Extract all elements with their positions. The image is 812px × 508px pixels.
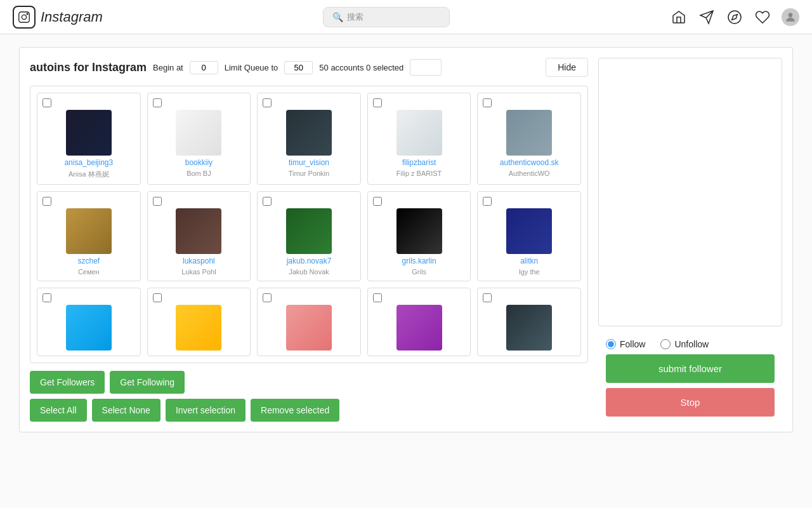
hide-button[interactable]: Hide bbox=[546, 58, 588, 77]
account-checkbox[interactable] bbox=[153, 293, 162, 302]
account-card bbox=[367, 288, 471, 356]
submit-follower-button[interactable]: submit follower bbox=[606, 354, 775, 383]
select-none-button[interactable]: Select None bbox=[92, 399, 160, 422]
btn-row-1: Get Followers Get Following bbox=[30, 371, 588, 394]
begin-label: Begin at bbox=[153, 63, 183, 72]
account-username[interactable]: bookkiiy bbox=[153, 158, 246, 167]
profile-avatar[interactable] bbox=[782, 8, 799, 26]
account-avatar bbox=[176, 110, 221, 156]
color-picker-input[interactable] bbox=[410, 59, 442, 76]
account-checkbox[interactable] bbox=[43, 98, 51, 107]
compass-icon[interactable] bbox=[726, 8, 743, 26]
action-buttons: submit follower Stop bbox=[598, 354, 782, 422]
panel-header: autoins for Instagram Begin at Limit Que… bbox=[30, 58, 588, 77]
right-panel: Follow Unfollow submit follower Stop bbox=[598, 58, 782, 422]
stop-button[interactable]: Stop bbox=[606, 388, 775, 417]
account-checkbox[interactable] bbox=[373, 293, 382, 302]
search-bar[interactable]: 🔍 搜索 bbox=[323, 7, 450, 27]
account-checkbox[interactable] bbox=[373, 197, 382, 206]
account-checkbox[interactable] bbox=[153, 98, 162, 107]
account-checkbox[interactable] bbox=[263, 197, 272, 206]
account-card: bookkiiyBom BJ bbox=[147, 93, 251, 185]
accounts-count: 50 accounts 0 selected bbox=[319, 63, 403, 72]
account-fullname: Filip z BARIST bbox=[373, 170, 466, 177]
invert-selection-button[interactable]: Invert selection bbox=[166, 399, 246, 422]
select-all-button[interactable]: Select All bbox=[30, 399, 87, 422]
account-card-top bbox=[373, 293, 466, 302]
account-username[interactable]: jakub.novak7 bbox=[263, 257, 355, 265]
search-icon: 🔍 bbox=[332, 12, 343, 22]
accounts-grid-wrapper[interactable]: anisa_beijing3Anisa 林燕妮bookkiiyBom BJtim… bbox=[30, 86, 588, 363]
account-card: lukaspohlLukas Pohl bbox=[147, 191, 251, 281]
get-followers-button[interactable]: Get Followers bbox=[30, 371, 105, 394]
account-username[interactable]: alitkn bbox=[483, 257, 575, 265]
account-avatar bbox=[66, 305, 112, 351]
unfollow-radio-text: Unfollow bbox=[674, 339, 709, 349]
account-avatar bbox=[66, 208, 112, 254]
account-card-top bbox=[483, 98, 575, 107]
begin-input[interactable] bbox=[190, 61, 218, 74]
account-checkbox[interactable] bbox=[153, 197, 162, 206]
account-card: anisa_beijing3Anisa 林燕妮 bbox=[37, 93, 141, 185]
limit-label: Limit Queue to bbox=[225, 63, 278, 72]
account-card: grils.karlinGrils bbox=[367, 191, 471, 281]
panel-title: autoins for Instagram bbox=[30, 61, 147, 74]
unfollow-radio-label[interactable]: Unfollow bbox=[660, 339, 709, 349]
account-avatar bbox=[506, 305, 552, 351]
accounts-grid: anisa_beijing3Anisa 林燕妮bookkiiyBom BJtim… bbox=[37, 93, 581, 356]
account-card: authenticwood.skAuthenticWO bbox=[477, 93, 581, 185]
follow-radio[interactable] bbox=[606, 339, 616, 349]
account-username[interactable]: anisa_beijing3 bbox=[43, 158, 135, 167]
account-card-top bbox=[153, 98, 246, 107]
account-checkbox[interactable] bbox=[373, 98, 382, 107]
account-card: timur_visionTimur Ponkin bbox=[257, 93, 361, 185]
home-icon[interactable] bbox=[670, 8, 688, 26]
account-fullname: Bom BJ bbox=[153, 170, 246, 177]
account-checkbox[interactable] bbox=[483, 98, 492, 107]
svg-point-2 bbox=[27, 13, 28, 15]
account-avatar bbox=[396, 208, 442, 254]
account-card-top bbox=[43, 293, 135, 302]
account-username[interactable]: filipzbarist bbox=[373, 158, 466, 167]
action-section: Follow Unfollow submit follower Stop bbox=[598, 334, 782, 422]
svg-point-3 bbox=[728, 11, 741, 23]
account-username[interactable]: szchef bbox=[43, 257, 135, 265]
limit-input[interactable] bbox=[284, 61, 313, 74]
account-fullname: Lukas Pohl bbox=[153, 268, 246, 276]
account-card-top bbox=[263, 197, 355, 206]
account-card-top bbox=[263, 293, 355, 302]
account-card-top bbox=[483, 197, 575, 206]
account-avatar bbox=[506, 110, 552, 156]
account-avatar bbox=[66, 110, 112, 156]
remove-selected-button[interactable]: Remove selected bbox=[251, 399, 339, 422]
follow-radio-label[interactable]: Follow bbox=[606, 339, 645, 349]
extension-panel: autoins for Instagram Begin at Limit Que… bbox=[19, 47, 793, 432]
get-following-button[interactable]: Get Following bbox=[110, 371, 185, 394]
heart-icon[interactable] bbox=[754, 8, 771, 26]
account-checkbox[interactable] bbox=[263, 293, 272, 302]
ig-logo-icon bbox=[13, 6, 36, 29]
instagram-header: Instagram 🔍 搜索 bbox=[0, 0, 812, 34]
account-checkbox[interactable] bbox=[483, 293, 492, 302]
bottom-buttons: Get Followers Get Following Select All S… bbox=[30, 371, 588, 422]
send-icon[interactable] bbox=[698, 8, 716, 26]
account-avatar bbox=[286, 110, 332, 156]
left-panel: autoins for Instagram Begin at Limit Que… bbox=[30, 58, 588, 422]
account-card-top bbox=[483, 293, 575, 302]
account-checkbox[interactable] bbox=[263, 98, 272, 107]
account-card-top bbox=[263, 98, 355, 107]
account-username[interactable]: authenticwood.sk bbox=[483, 158, 575, 167]
account-checkbox[interactable] bbox=[483, 197, 492, 206]
unfollow-radio[interactable] bbox=[660, 339, 671, 349]
account-checkbox[interactable] bbox=[43, 293, 51, 302]
account-avatar bbox=[286, 305, 332, 351]
search-placeholder: 搜索 bbox=[347, 11, 363, 23]
account-fullname: Jakub Novak bbox=[263, 268, 355, 276]
page-content: autoins for Instagram Begin at Limit Que… bbox=[0, 34, 812, 445]
account-fullname: Anisa 林燕妮 bbox=[43, 170, 135, 179]
account-username[interactable]: timur_vision bbox=[263, 158, 355, 167]
account-fullname: AuthenticWO bbox=[483, 170, 575, 177]
account-username[interactable]: grils.karlin bbox=[373, 257, 466, 265]
account-username[interactable]: lukaspohl bbox=[153, 257, 246, 265]
account-checkbox[interactable] bbox=[43, 197, 51, 206]
